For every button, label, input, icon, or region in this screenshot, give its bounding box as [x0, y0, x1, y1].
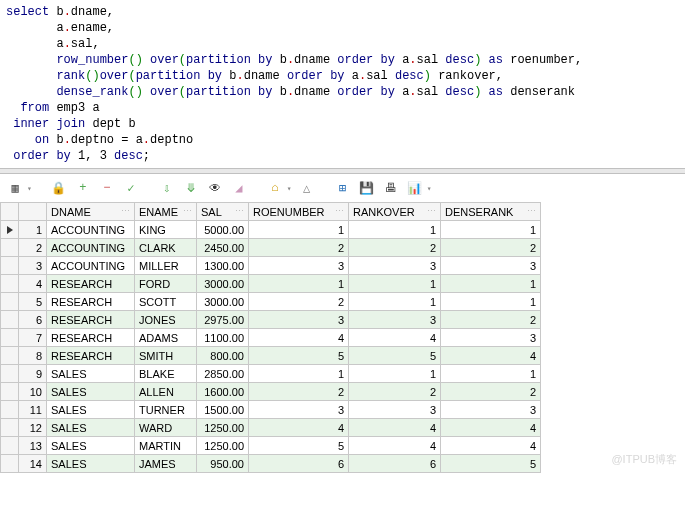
- table-row[interactable]: 6RESEARCHJONES2975.00332: [1, 311, 541, 329]
- table-row[interactable]: 2ACCOUNTINGCLARK2450.00222: [1, 239, 541, 257]
- cell-dname[interactable]: RESEARCH: [47, 275, 135, 293]
- cell-ename[interactable]: ALLEN: [135, 383, 197, 401]
- cell-denserank[interactable]: 3: [441, 257, 541, 275]
- cell-ename[interactable]: JAMES: [135, 455, 197, 473]
- cell-denserank[interactable]: 3: [441, 401, 541, 419]
- cell-sal[interactable]: 2975.00: [197, 311, 249, 329]
- cell-roenumber[interactable]: 2: [249, 383, 349, 401]
- cell-ename[interactable]: WARD: [135, 419, 197, 437]
- cell-roenumber[interactable]: 4: [249, 419, 349, 437]
- cell-roenumber[interactable]: 3: [249, 401, 349, 419]
- cell-dname[interactable]: SALES: [47, 419, 135, 437]
- table-row[interactable]: 14SALESJAMES950.00665: [1, 455, 541, 473]
- cell-ename[interactable]: MILLER: [135, 257, 197, 275]
- cell-denserank[interactable]: 2: [441, 383, 541, 401]
- table-row[interactable]: 3ACCOUNTINGMILLER1300.00333: [1, 257, 541, 275]
- find-icon[interactable]: 👁: [206, 179, 224, 197]
- cell-ename[interactable]: KING: [135, 221, 197, 239]
- cell-sal[interactable]: 2450.00: [197, 239, 249, 257]
- cell-roenumber[interactable]: 2: [249, 239, 349, 257]
- cell-sal[interactable]: 5000.00: [197, 221, 249, 239]
- cell-roenumber[interactable]: 6: [249, 455, 349, 473]
- cell-denserank[interactable]: 3: [441, 329, 541, 347]
- sql-editor[interactable]: select b.dname, a.ename, a.sal, row_numb…: [0, 0, 685, 168]
- column-menu-icon[interactable]: ⋯: [235, 206, 244, 216]
- home-icon[interactable]: ⌂: [266, 179, 284, 197]
- grid-view-icon[interactable]: ▦: [6, 179, 24, 197]
- cell-roenumber[interactable]: 1: [249, 221, 349, 239]
- cell-denserank[interactable]: 1: [441, 293, 541, 311]
- cell-denserank[interactable]: 1: [441, 365, 541, 383]
- dropdown-arrow-icon[interactable]: ▾: [287, 184, 292, 193]
- cell-denserank[interactable]: 1: [441, 221, 541, 239]
- cell-ename[interactable]: SCOTT: [135, 293, 197, 311]
- cell-denserank[interactable]: 5: [441, 455, 541, 473]
- cell-rankover[interactable]: 1: [349, 275, 441, 293]
- commit-icon[interactable]: ✓: [122, 179, 140, 197]
- table-row[interactable]: 4RESEARCHFORD3000.00111: [1, 275, 541, 293]
- dropdown-arrow-icon[interactable]: ▾: [427, 184, 432, 193]
- cell-roenumber[interactable]: 5: [249, 437, 349, 455]
- cell-rankover[interactable]: 2: [349, 239, 441, 257]
- cell-dname[interactable]: SALES: [47, 437, 135, 455]
- cell-rankover[interactable]: 1: [349, 293, 441, 311]
- cell-dname[interactable]: RESEARCH: [47, 347, 135, 365]
- print-icon[interactable]: 🖶: [382, 179, 400, 197]
- cell-rankover[interactable]: 3: [349, 401, 441, 419]
- table-row[interactable]: 11SALESTURNER1500.00333: [1, 401, 541, 419]
- column-header-sal[interactable]: SAL⋯: [197, 203, 249, 221]
- column-menu-icon[interactable]: ⋯: [183, 206, 192, 216]
- cell-dname[interactable]: RESEARCH: [47, 311, 135, 329]
- results-grid[interactable]: DNAME⋯ENAME⋯SAL⋯ROENUMBER⋯RANKOVER⋯DENSE…: [0, 202, 685, 473]
- cell-sal[interactable]: 1250.00: [197, 437, 249, 455]
- cell-ename[interactable]: ADAMS: [135, 329, 197, 347]
- cell-rankover[interactable]: 2: [349, 383, 441, 401]
- cell-sal[interactable]: 800.00: [197, 347, 249, 365]
- cell-rankover[interactable]: 6: [349, 455, 441, 473]
- cell-roenumber[interactable]: 1: [249, 365, 349, 383]
- dropdown-arrow-icon[interactable]: ▾: [27, 184, 32, 193]
- table-row[interactable]: 7RESEARCHADAMS1100.00443: [1, 329, 541, 347]
- cell-dname[interactable]: ACCOUNTING: [47, 221, 135, 239]
- table-row[interactable]: 12SALESWARD1250.00444: [1, 419, 541, 437]
- cell-ename[interactable]: MARTIN: [135, 437, 197, 455]
- cell-dname[interactable]: SALES: [47, 365, 135, 383]
- remove-icon[interactable]: −: [98, 179, 116, 197]
- table-row[interactable]: 9SALESBLAKE2850.00111: [1, 365, 541, 383]
- cell-roenumber[interactable]: 1: [249, 275, 349, 293]
- column-header-roenumber[interactable]: ROENUMBER⋯: [249, 203, 349, 221]
- cell-denserank[interactable]: 4: [441, 347, 541, 365]
- column-menu-icon[interactable]: ⋯: [427, 206, 436, 216]
- cell-rankover[interactable]: 4: [349, 437, 441, 455]
- cell-rankover[interactable]: 4: [349, 329, 441, 347]
- cell-denserank[interactable]: 4: [441, 419, 541, 437]
- cell-dname[interactable]: ACCOUNTING: [47, 257, 135, 275]
- cell-sal[interactable]: 1250.00: [197, 419, 249, 437]
- save-icon[interactable]: 💾: [358, 179, 376, 197]
- table-row[interactable]: 5RESEARCHSCOTT3000.00211: [1, 293, 541, 311]
- cell-sal[interactable]: 1300.00: [197, 257, 249, 275]
- fetch-all-icon[interactable]: ⤋: [182, 179, 200, 197]
- cell-rankover[interactable]: 1: [349, 221, 441, 239]
- cell-dname[interactable]: SALES: [47, 383, 135, 401]
- cell-ename[interactable]: BLAKE: [135, 365, 197, 383]
- cell-denserank[interactable]: 2: [441, 239, 541, 257]
- query-builder-icon[interactable]: ⊞: [334, 179, 352, 197]
- cell-sal[interactable]: 2850.00: [197, 365, 249, 383]
- cell-sal[interactable]: 950.00: [197, 455, 249, 473]
- cell-ename[interactable]: FORD: [135, 275, 197, 293]
- cell-rankover[interactable]: 3: [349, 311, 441, 329]
- cell-sal[interactable]: 1100.00: [197, 329, 249, 347]
- cell-denserank[interactable]: 4: [441, 437, 541, 455]
- cell-rankover[interactable]: 1: [349, 365, 441, 383]
- table-row[interactable]: 10SALESALLEN1600.00222: [1, 383, 541, 401]
- cell-ename[interactable]: CLARK: [135, 239, 197, 257]
- cell-ename[interactable]: SMITH: [135, 347, 197, 365]
- cell-roenumber[interactable]: 4: [249, 329, 349, 347]
- chart-icon[interactable]: 📊: [406, 179, 424, 197]
- export-icon[interactable]: △: [298, 179, 316, 197]
- column-header-ename[interactable]: ENAME⋯: [135, 203, 197, 221]
- column-menu-icon[interactable]: ⋯: [121, 206, 130, 216]
- cell-rankover[interactable]: 5: [349, 347, 441, 365]
- cell-rankover[interactable]: 3: [349, 257, 441, 275]
